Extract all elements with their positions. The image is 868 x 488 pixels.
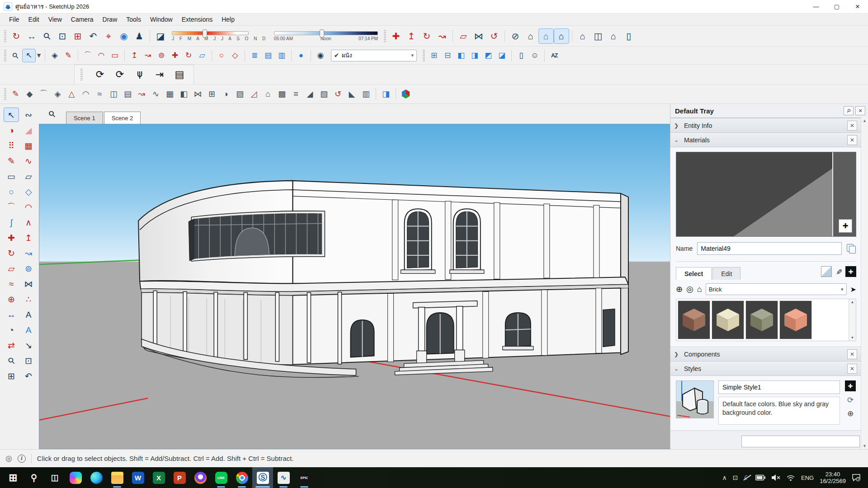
circle-tool[interactable]: ○ [4, 184, 19, 199]
shadow-date-slider[interactable]: J F M A M J J A S O N D [172, 31, 268, 41]
close-icon[interactable]: ✕ [847, 349, 857, 359]
report-doc-icon[interactable]: ▤ [172, 67, 187, 82]
task-manager-button[interactable]: ∿ [273, 467, 294, 488]
push-pull-tool-2[interactable]: ↥ [127, 49, 141, 62]
preview-zoom-icon[interactable]: ✚ [839, 219, 852, 233]
paste-window-6[interactable]: ◪ [495, 49, 509, 62]
scatter-tool[interactable]: ∴ [21, 292, 36, 306]
menu-view[interactable]: View [44, 14, 66, 24]
pin-icon[interactable]: ⚲ [844, 106, 854, 115]
tags-dropdown[interactable]: ✔ ผนัง ▾ [331, 50, 417, 61]
zoom-window-tool[interactable]: ⊡ [21, 353, 36, 368]
offset-tool[interactable]: ⊚ [21, 261, 36, 276]
new-document-icon[interactable]: ▯ [514, 49, 528, 62]
walk-tool[interactable]: ♟ [132, 28, 147, 44]
extension-tool-5[interactable]: △ [65, 87, 79, 101]
toolbar-grip[interactable] [384, 30, 386, 42]
polygon-tool[interactable]: ◇ [21, 184, 36, 199]
toolbar-grip[interactable] [4, 30, 6, 42]
two-point-arc-tool[interactable]: ◠ [94, 49, 108, 62]
mirror-tool[interactable]: ⋈ [21, 277, 36, 291]
add-collection-icon[interactable]: ⊕ [676, 284, 683, 294]
select-dropdown[interactable]: ▾ [36, 49, 42, 62]
chrome-button[interactable] [231, 467, 252, 488]
extension-tool-1[interactable]: ✎ [9, 87, 23, 101]
menu-window[interactable]: Window [146, 14, 177, 24]
menu-help[interactable]: Help [217, 14, 239, 24]
follow-me-tool[interactable]: ↝ [434, 28, 450, 44]
extension-tool-25[interactable]: ◣ [345, 87, 359, 101]
details-arrow-icon[interactable]: ➤ [850, 285, 856, 294]
section-entity-info[interactable]: ❯ Entity Info ✕ [670, 118, 861, 133]
tab-edit[interactable]: Edit [712, 267, 741, 280]
close-icon[interactable]: ✕ [847, 121, 857, 131]
protractor-tool[interactable]: ◔ [4, 323, 19, 337]
paste-window-4[interactable]: ◨ [468, 49, 481, 62]
rotated-rectangle-tool[interactable]: ▱ [21, 169, 36, 183]
section-materials[interactable]: ⌄ Materials ✕ [670, 133, 861, 147]
tab-select[interactable]: Select [676, 267, 712, 280]
create-style-icon[interactable]: ✚▾ [845, 380, 856, 391]
scale-tool[interactable]: ▱ [456, 28, 471, 44]
paint-bucket-tool[interactable]: ◑ [4, 123, 19, 137]
select-tool[interactable]: ↖ [4, 108, 19, 122]
task-view-button[interactable]: ◫ [44, 467, 65, 488]
extension-tool-20[interactable]: ▩ [275, 87, 289, 101]
zoom-extents-tool[interactable]: ⊞ [4, 369, 19, 383]
menu-edit[interactable]: Edit [24, 14, 44, 24]
rotate-copy-tool[interactable]: ↺ [486, 28, 502, 44]
geolocation-icon[interactable]: ◎ [5, 454, 12, 463]
stamp-tool[interactable]: ⠿ [4, 138, 19, 153]
house-front-icon[interactable]: ⌂ [606, 28, 621, 44]
menu-draw[interactable]: Draw [98, 14, 122, 24]
brick-thumb-2[interactable] [712, 300, 744, 339]
create-material-icon[interactable]: ✚▾ [845, 266, 856, 277]
extension-tool-18[interactable]: ◿ [247, 87, 261, 101]
eraser-tool[interactable]: ◢ [21, 123, 36, 137]
line-app-button[interactable]: LINE [211, 467, 231, 488]
close-button[interactable]: ✕ [847, 0, 868, 13]
extension-tool-15[interactable]: ⊞ [205, 87, 219, 101]
tag-stack-icon[interactable]: ▥ [275, 49, 288, 62]
info-icon[interactable]: i [18, 455, 26, 463]
look-around-tool[interactable]: ◉ [116, 28, 132, 44]
pencil-tool[interactable]: ✎ [4, 154, 19, 168]
zoom-tool[interactable]: ⚲ [4, 353, 19, 368]
wallpaper-tool[interactable]: ▦ [21, 138, 36, 153]
freehand-tool[interactable]: ∿ [21, 154, 36, 168]
action-center-icon[interactable] [852, 474, 861, 482]
collection-dropdown[interactable]: Brick ▾ [706, 283, 847, 295]
extension-tool-4[interactable]: ◈ [51, 87, 65, 101]
extension-tool-3[interactable]: ⌒ [37, 87, 51, 101]
update-style-icon[interactable]: ⊕ [847, 409, 854, 418]
previous-view-tool[interactable]: ↶ [85, 28, 101, 44]
close-icon[interactable]: ✕ [847, 135, 857, 145]
arc-tool[interactable]: ⌒ [81, 49, 94, 62]
sketchup-taskbar-button[interactable]: Ⓢ [252, 467, 273, 488]
extension-tool-11[interactable]: ∿ [149, 87, 163, 101]
menu-file[interactable]: File [5, 14, 24, 24]
axes-tool[interactable]: ⊕ [4, 292, 19, 306]
toolbar-grip[interactable] [423, 50, 425, 61]
close-icon[interactable]: ✕ [847, 364, 857, 374]
screen-cast-icon[interactable]: ⊡ [733, 474, 738, 481]
menu-tools[interactable]: Tools [122, 14, 146, 24]
zoom-tool[interactable]: ⚲ [39, 28, 55, 44]
battery-icon[interactable] [755, 474, 765, 481]
extension-tool-26[interactable]: ▥ [359, 87, 373, 101]
edge-button[interactable] [86, 467, 107, 488]
scene-tab-2[interactable]: Scene 2 [104, 112, 141, 124]
rotate-tool[interactable]: ↻ [4, 246, 19, 260]
brick-thumb-4[interactable] [779, 300, 812, 339]
hand-tool[interactable]: ↘ [21, 338, 36, 352]
rotate-tool-2[interactable]: ↻ [182, 49, 195, 62]
rectangle-tool[interactable]: ▭ [4, 169, 19, 183]
scale-tool-2[interactable]: ▱ [195, 49, 209, 62]
toolbar-grip[interactable] [80, 69, 83, 80]
search-button[interactable]: ⚲ [24, 467, 44, 488]
scroll-up-icon[interactable]: ▲ [851, 300, 854, 304]
extension-tool-7[interactable]: ≈ [93, 87, 107, 101]
volume-muted-icon[interactable] [771, 474, 780, 481]
push-pull-tool[interactable]: ↥ [404, 28, 419, 44]
browser-shield-button[interactable] [190, 467, 211, 488]
